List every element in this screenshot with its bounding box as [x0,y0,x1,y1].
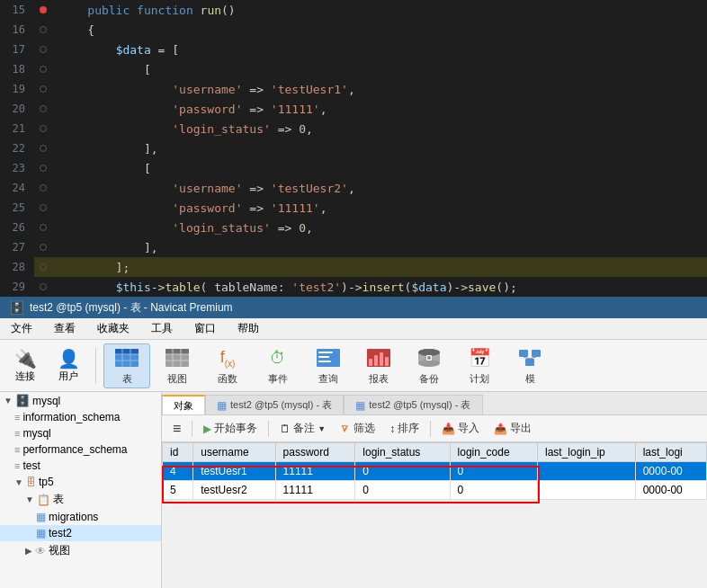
cell-1-4[interactable]: 0 [450,481,537,500]
breakpoint-25[interactable] [34,198,52,218]
event-tool-btn[interactable]: ⏱ 事件 [255,343,301,388]
menu-view[interactable]: 查看 [50,320,79,337]
report-tool-btn[interactable]: 报表 [355,343,402,388]
cell-0-3[interactable]: 0 [355,462,450,481]
tree-item-test-db[interactable]: ≡ test [0,458,161,474]
cell-1-1[interactable]: testUesr2 [193,481,275,500]
table-row[interactable]: 4testUesr111111000000-00 [163,462,707,481]
svg-rect-1 [115,349,139,354]
cell-0-1[interactable]: testUesr1 [193,462,275,481]
menu-help[interactable]: 帮助 [234,320,263,337]
line-content-29: $this->table( tableName: 'test2')->inser… [52,277,707,297]
col-login-code: login_code [450,443,537,462]
tree-item-test2[interactable]: ▦ test2 [0,525,161,541]
filter-btn[interactable]: ⛛ 筛选 [335,419,380,438]
tree-item-migrations[interactable]: ▦ migrations [0,509,161,525]
cell-1-5[interactable] [538,481,636,500]
code-line-15: 15 public function run() [0,0,707,20]
cell-0-0[interactable]: 4 [163,462,193,481]
breakpoint-19[interactable] [34,79,52,99]
breakpoint-21[interactable] [34,119,52,138]
sort-icon: ↕ [389,423,395,435]
menu-tools[interactable]: 工具 [148,320,176,337]
connect-btn[interactable]: 🔌 连接 [5,348,45,383]
model-tool-btn[interactable]: 模 [506,343,553,388]
export-btn[interactable]: 📤 导出 [488,419,537,438]
test2-table-icon: ▦ [36,527,46,539]
breakpoint-18[interactable] [34,59,52,79]
code-line-29: 29 $this->table( tableName: 'test2')->in… [0,277,707,297]
col-login-status: login_status [355,443,450,462]
code-line-16: 16 { [0,20,707,40]
bp-empty-28 [40,263,47,271]
cell-1-2[interactable]: 11111 [275,481,355,500]
bp-empty-26 [40,224,47,231]
cell-1-3[interactable]: 0 [355,481,450,500]
bp-dot-15 [40,6,47,13]
tree-item-mysql-db[interactable]: ≡ mysql [0,425,161,441]
svg-rect-19 [380,352,383,366]
menu-file[interactable]: 文件 [7,320,36,337]
cell-0-4[interactable]: 0 [450,462,537,481]
cell-0-2[interactable]: 11111 [275,462,355,481]
sort-btn[interactable]: ↕ 排序 [384,419,425,438]
tree-label-mysql: mysql [32,395,60,407]
schedule-tool-btn[interactable]: 📅 计划 [456,343,503,388]
backup-tool-btn[interactable]: 备份 [406,343,452,388]
tab-test2-table-1[interactable]: ▦ test2 @tp5 (mysql) - 表 [205,395,344,414]
query-tool-btn[interactable]: 查询 [305,343,352,388]
expand-icon-views: ▶ [25,546,32,556]
breakpoint-22[interactable] [34,138,52,158]
import-btn[interactable]: 📥 导入 [436,419,485,438]
hamburger-btn[interactable]: ≡ [167,419,186,439]
backup-btn-label: 备份 [419,372,439,386]
col-last-login-ip: last_login_ip [538,443,636,462]
breakpoint-17[interactable] [34,40,52,59]
menu-favorites[interactable]: 收藏夹 [94,320,133,337]
begin-transaction-btn[interactable]: ▶ 开始事务 [198,419,263,438]
line-number-25: 25 [0,198,34,218]
line-number-22: 22 [0,138,34,158]
breakpoint-26[interactable] [34,218,52,237]
cell-0-6[interactable]: 0000-00 [635,462,706,481]
line-number-26: 26 [0,218,34,237]
cell-1-6[interactable]: 0000-00 [635,481,706,500]
tab-test2-table-2[interactable]: ▦ test2 @tp5 (mysql) - 表 [344,395,482,414]
breakpoint-16[interactable] [34,20,52,40]
tree-item-info-schema[interactable]: ≡ information_schema [0,409,161,425]
tree-item-mysql-root[interactable]: ▼ 🗄️ mysql [0,392,161,409]
table-btn-label: 表 [122,372,132,386]
user-icon: 👤 [58,348,80,370]
breakpoint-23[interactable] [34,158,52,178]
svg-rect-20 [385,357,389,366]
cell-0-5[interactable] [538,462,636,481]
tree-item-tp5[interactable]: ▼ 🗄 tp5 [0,474,161,490]
tab-objects[interactable]: 对象 [162,395,205,414]
table-row[interactable]: 5testUesr211111000000-00 [163,481,707,500]
bp-empty-29 [40,283,47,290]
breakpoint-15[interactable] [34,0,52,20]
tree-item-perf-schema[interactable]: ≡ performance_schema [0,441,161,458]
view-tool-btn[interactable]: 视图 [154,343,201,388]
tree-item-tables-folder[interactable]: ▼ 📋 表 [0,490,161,509]
tree-item-views-folder[interactable]: ▶ 👁 视图 [0,541,161,560]
func-tool-btn[interactable]: f(x) 函数 [204,343,251,388]
breakpoint-28[interactable] [34,257,52,277]
breakpoint-27[interactable] [34,237,52,257]
tree-label-test-db: test [22,459,40,472]
breakpoint-24[interactable] [34,178,52,198]
table-icon [112,345,141,370]
breakpoint-20[interactable] [34,99,52,119]
menu-window[interactable]: 窗口 [191,320,219,337]
table-tool-btn[interactable]: 表 [103,343,150,388]
line-content-26: 'login_status' => 0, [52,218,707,237]
line-content-16: { [52,20,707,40]
breakpoint-29[interactable] [34,277,52,297]
tree-label-migrations: migrations [49,511,98,523]
cell-1-0[interactable]: 5 [163,481,193,500]
window-title: test2 @tp5 (mysql) - 表 - Navicat Premium [30,300,233,316]
expand-icon-tp5: ▼ [14,477,23,487]
code-line-23: 23 [ [0,158,707,178]
note-btn[interactable]: 🗒 备注 ▼ [274,419,331,438]
user-btn[interactable]: 👤 用户 [49,348,88,383]
